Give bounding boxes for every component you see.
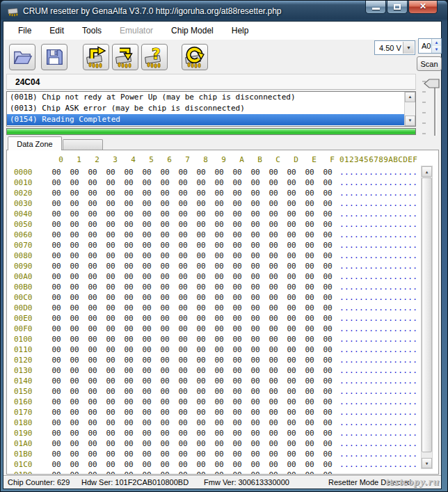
voltage-select[interactable]: 4.50 V ▼ <box>374 40 415 55</box>
hex-byte-cell[interactable]: 00 <box>228 240 246 251</box>
hex-byte-cell[interactable]: 00 <box>65 251 83 261</box>
hex-byte-cell[interactable]: 00 <box>102 251 120 261</box>
hex-byte-cell[interactable]: 00 <box>83 344 102 355</box>
hex-byte-cell[interactable]: 00 <box>210 418 228 428</box>
hex-byte-cell[interactable]: 00 <box>47 198 65 209</box>
hex-byte-cell[interactable]: 00 <box>65 271 83 282</box>
hex-byte-cell[interactable]: 00 <box>228 271 246 282</box>
read-chip-button[interactable] <box>83 44 109 70</box>
hex-byte-cell[interactable]: 00 <box>65 209 83 219</box>
hex-byte-cell[interactable]: 00 <box>102 209 120 219</box>
hex-byte-cell[interactable]: 00 <box>83 292 102 303</box>
voltage-slider[interactable] <box>420 74 441 139</box>
hex-byte-cell[interactable]: 00 <box>210 355 228 365</box>
hex-byte-cell[interactable]: 00 <box>228 386 246 397</box>
hex-byte-cell[interactable]: 00 <box>282 386 301 397</box>
hex-byte-cell[interactable]: 00 <box>192 407 210 418</box>
hex-byte-cell[interactable]: 00 <box>120 282 138 292</box>
hex-byte-cell[interactable]: 00 <box>319 167 337 177</box>
hex-byte-cell[interactable]: 00 <box>301 219 319 230</box>
hex-byte-cell[interactable]: 00 <box>174 418 192 428</box>
hex-byte-cell[interactable]: 00 <box>102 386 120 397</box>
hex-byte-cell[interactable]: 00 <box>174 209 192 219</box>
hex-byte-cell[interactable]: 00 <box>282 324 301 334</box>
scan-button[interactable]: Scan <box>417 56 442 71</box>
hex-byte-cell[interactable]: 00 <box>120 355 138 365</box>
hex-byte-cell[interactable]: 00 <box>47 334 65 344</box>
hex-byte-cell[interactable]: 00 <box>228 282 246 292</box>
menu-chip-model[interactable]: Chip Model <box>162 23 223 38</box>
hex-byte-cell[interactable]: 00 <box>65 334 83 344</box>
hex-byte-cell[interactable]: 00 <box>65 470 83 475</box>
hex-byte-cell[interactable]: 00 <box>282 188 301 198</box>
hex-byte-cell[interactable]: 00 <box>120 324 138 334</box>
hex-byte-cell[interactable]: 00 <box>192 271 210 282</box>
hex-byte-cell[interactable]: 00 <box>83 167 102 177</box>
hex-byte-cell[interactable]: 00 <box>319 251 337 261</box>
hex-byte-cell[interactable]: 00 <box>192 386 210 397</box>
hex-byte-cell[interactable]: 00 <box>174 219 192 230</box>
hex-byte-cell[interactable]: 00 <box>301 386 319 397</box>
save-file-button[interactable] <box>41 44 67 70</box>
hex-byte-cell[interactable]: 00 <box>301 397 319 407</box>
hex-byte-cell[interactable]: 00 <box>319 240 337 251</box>
hex-byte-cell[interactable]: 00 <box>102 470 120 475</box>
hex-byte-cell[interactable]: 00 <box>319 261 337 271</box>
hex-byte-cell[interactable]: 00 <box>138 303 156 313</box>
hex-byte-cell[interactable]: 00 <box>246 324 264 334</box>
verify-chip-button[interactable]: ? <box>141 44 168 70</box>
hex-byte-cell[interactable]: 00 <box>138 271 156 282</box>
hex-byte-cell[interactable]: 00 <box>210 386 228 397</box>
hex-byte-cell[interactable]: 00 <box>174 365 192 376</box>
hex-byte-cell[interactable]: 00 <box>192 240 210 251</box>
hex-byte-cell[interactable]: 00 <box>138 418 156 428</box>
hex-byte-cell[interactable]: 00 <box>246 240 264 251</box>
hex-byte-cell[interactable]: 00 <box>47 365 65 376</box>
hex-byte-cell[interactable]: 00 <box>138 230 156 240</box>
hex-byte-cell[interactable]: 00 <box>120 177 138 188</box>
hex-byte-cell[interactable]: 00 <box>282 397 301 407</box>
hex-byte-cell[interactable]: 00 <box>192 334 210 344</box>
hex-byte-cell[interactable]: 00 <box>138 355 156 365</box>
hex-byte-cell[interactable]: 00 <box>83 355 102 365</box>
log-line[interactable]: (0154) Reading Completed <box>7 114 404 125</box>
hex-byte-cell[interactable]: 00 <box>174 428 192 438</box>
hex-byte-cell[interactable]: 00 <box>138 282 156 292</box>
hex-byte-cell[interactable]: 00 <box>65 282 83 292</box>
hex-byte-cell[interactable]: 00 <box>210 240 228 251</box>
hex-byte-cell[interactable]: 00 <box>228 376 246 386</box>
hex-byte-cell[interactable]: 00 <box>192 376 210 386</box>
hex-byte-cell[interactable]: 00 <box>246 344 264 355</box>
hex-byte-cell[interactable]: 00 <box>301 282 319 292</box>
hex-byte-cell[interactable]: 00 <box>174 449 192 459</box>
hex-byte-cell[interactable]: 00 <box>228 251 246 261</box>
hex-byte-cell[interactable]: 00 <box>83 407 102 418</box>
hex-byte-cell[interactable]: 00 <box>83 334 102 344</box>
hex-byte-cell[interactable]: 00 <box>138 188 156 198</box>
hex-byte-cell[interactable]: 00 <box>264 418 282 428</box>
hex-byte-cell[interactable]: 00 <box>319 282 337 292</box>
hex-byte-cell[interactable]: 00 <box>282 313 301 324</box>
scroll-up-icon[interactable]: ▲ <box>405 92 415 102</box>
hex-byte-cell[interactable]: 00 <box>156 240 174 251</box>
hex-byte-cell[interactable]: 00 <box>228 219 246 230</box>
hex-byte-cell[interactable]: 00 <box>319 470 337 475</box>
hex-byte-cell[interactable]: 00 <box>210 334 228 344</box>
hex-byte-cell[interactable]: 00 <box>319 407 337 418</box>
hex-byte-cell[interactable]: 00 <box>210 365 228 376</box>
hex-byte-cell[interactable]: 00 <box>174 313 192 324</box>
hex-byte-cell[interactable]: 00 <box>156 397 174 407</box>
hex-byte-cell[interactable]: 00 <box>120 376 138 386</box>
hex-byte-cell[interactable]: 00 <box>282 449 301 459</box>
hex-byte-cell[interactable]: 00 <box>246 459 264 470</box>
hex-byte-cell[interactable]: 00 <box>282 251 301 261</box>
hex-byte-cell[interactable]: 00 <box>65 177 83 188</box>
hex-byte-cell[interactable]: 00 <box>210 313 228 324</box>
hex-byte-cell[interactable]: 00 <box>102 376 120 386</box>
hex-byte-cell[interactable]: 00 <box>282 240 301 251</box>
hex-byte-cell[interactable]: 00 <box>210 167 228 177</box>
hex-byte-cell[interactable]: 00 <box>156 449 174 459</box>
hex-byte-cell[interactable]: 00 <box>138 428 156 438</box>
hex-byte-cell[interactable]: 00 <box>65 313 83 324</box>
hex-byte-cell[interactable]: 00 <box>282 167 301 177</box>
